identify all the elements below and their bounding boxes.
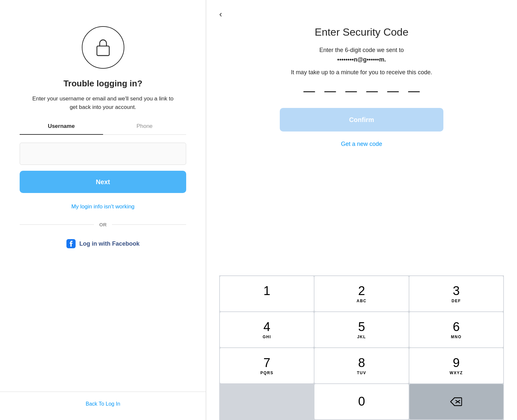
tab-username[interactable]: Username — [20, 123, 103, 135]
trouble-title: Trouble logging in? — [63, 79, 142, 89]
or-divider: OR — [20, 222, 186, 227]
code-input-dashes — [303, 91, 420, 92]
security-desc-line1: Enter the 6-digit code we sent to ••••••… — [319, 45, 404, 64]
lock-icon — [93, 38, 113, 57]
or-text: OR — [99, 222, 107, 227]
svg-rect-0 — [97, 46, 109, 56]
key-5[interactable]: 5 JKL — [314, 312, 408, 347]
key-4[interactable]: 4 GHI — [220, 312, 314, 347]
login-issue-link[interactable]: My login info isn't working — [71, 203, 134, 210]
key-0[interactable]: 0 — [314, 384, 408, 419]
backspace-button[interactable] — [409, 384, 503, 419]
lock-icon-circle — [82, 26, 124, 69]
confirm-button[interactable]: Confirm — [280, 108, 443, 131]
back-to-login-link[interactable]: Back To Log In — [86, 401, 120, 407]
key-empty — [220, 384, 314, 419]
trouble-description: Enter your username or email and we'll s… — [31, 95, 175, 111]
backspace-icon — [450, 397, 462, 406]
code-dash-2 — [324, 91, 336, 92]
code-dash-6 — [408, 91, 420, 92]
masked-email: ••••••••n@g••••••m. — [337, 56, 386, 63]
left-panel: Trouble logging in? Enter your username … — [0, 0, 206, 420]
username-input[interactable] — [20, 143, 186, 165]
tabs-container: Username Phone — [20, 123, 186, 135]
keypad: 1 2 ABC 3 DEF 4 GHI 5 JKL 6 MNO 7 PQRS — [219, 275, 504, 420]
key-6[interactable]: 6 MNO — [409, 312, 503, 347]
code-dash-4 — [366, 91, 378, 92]
or-line-right — [112, 224, 186, 225]
key-9[interactable]: 9 WXYZ — [409, 348, 503, 383]
facebook-icon — [66, 239, 76, 248]
key-1[interactable]: 1 — [220, 276, 314, 311]
back-to-login-section: Back To Log In — [0, 392, 206, 407]
key-7[interactable]: 7 PQRS — [220, 348, 314, 383]
security-title: Enter Security Code — [315, 26, 408, 38]
key-8[interactable]: 8 TUV — [314, 348, 408, 383]
facebook-login-label: Log in with Facebook — [80, 240, 140, 247]
next-button[interactable]: Next — [20, 171, 186, 193]
code-dash-5 — [387, 91, 399, 92]
get-new-code-link[interactable]: Get a new code — [341, 141, 382, 148]
key-2[interactable]: 2 ABC — [314, 276, 408, 311]
key-3[interactable]: 3 DEF — [409, 276, 503, 311]
right-panel: ‹ Enter Security Code Enter the 6-digit … — [206, 0, 517, 420]
code-dash-1 — [303, 91, 315, 92]
facebook-login-button[interactable]: Log in with Facebook — [66, 239, 140, 248]
security-delay-text: It may take up to a minute for you to re… — [291, 68, 432, 77]
tab-phone[interactable]: Phone — [103, 123, 187, 134]
code-dash-3 — [345, 91, 357, 92]
back-arrow-button[interactable]: ‹ — [219, 9, 222, 19]
or-line-left — [20, 224, 94, 225]
